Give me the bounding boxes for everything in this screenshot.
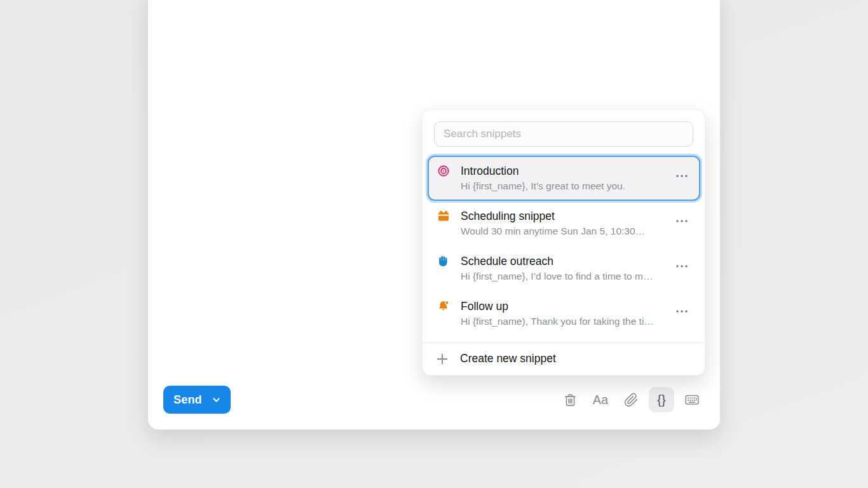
snippet-title: Follow up [461,299,661,314]
ellipsis-icon [675,219,689,224]
snippet-title: Scheduling snippet [461,208,661,224]
snippets-popup: Introduction Hi {first_name}, It’s great… [422,109,705,376]
chevron-down-icon [212,395,221,405]
snippet-title: Introduction [461,163,661,179]
snippet-menu-button[interactable] [672,168,691,182]
snippet-row-follow-up[interactable]: Follow up Hi {first_name), Thank you for… [428,291,700,336]
attachment-button[interactable] [618,387,644,412]
snippet-preview: Hi {first_name), Thank you for taking th… [461,315,661,329]
keyboard-icon [684,392,700,407]
snippet-row-schedule-outreach[interactable]: Schedule outreach Hi {first_name}, I’d l… [428,246,700,291]
snippet-list: Introduction Hi {first_name}, It’s great… [423,154,705,336]
snippets-icon: {} [657,393,665,406]
keyboard-button[interactable] [679,387,705,412]
create-new-snippet-button[interactable]: Create new snippet [423,343,705,375]
snippet-row-scheduling-snippet[interactable]: Scheduling snippet Would 30 min anytime … [428,201,700,246]
trash-icon [563,393,578,407]
trash-button[interactable] [557,387,583,412]
hand-icon [437,255,450,268]
snippet-menu-button[interactable] [672,214,691,227]
ellipsis-icon [675,264,689,269]
create-new-snippet-label: Create new snippet [460,352,556,365]
text-format-icon: Aa [593,393,608,406]
target-icon [437,165,450,177]
snippet-menu-button[interactable] [672,304,691,318]
snippet-title: Schedule outreach [461,254,661,269]
bell-icon [437,300,450,313]
snippet-preview: Hi {first_name}, It’s great to meet you. [461,179,661,193]
search-input[interactable] [434,121,693,147]
ellipsis-icon [675,309,689,314]
send-button[interactable]: Send [163,386,231,414]
snippet-preview: Hi {first_name}, I’d love to find a time… [461,269,661,283]
ellipsis-icon [675,173,689,179]
plus-icon [436,353,449,365]
text-format-button[interactable]: Aa [588,387,613,412]
snippet-menu-button[interactable] [672,259,691,273]
attachment-icon [624,393,639,407]
composer-toolbar: Aa {} [557,386,705,414]
snippet-row-introduction[interactable]: Introduction Hi {first_name}, It’s great… [428,156,700,201]
snippet-preview: Would 30 min anytime Sun Jan 5, 10:30… [461,224,661,238]
snippets-button[interactable]: {} [649,387,674,412]
calendar-icon [437,210,450,222]
send-button-label: Send [173,393,202,407]
